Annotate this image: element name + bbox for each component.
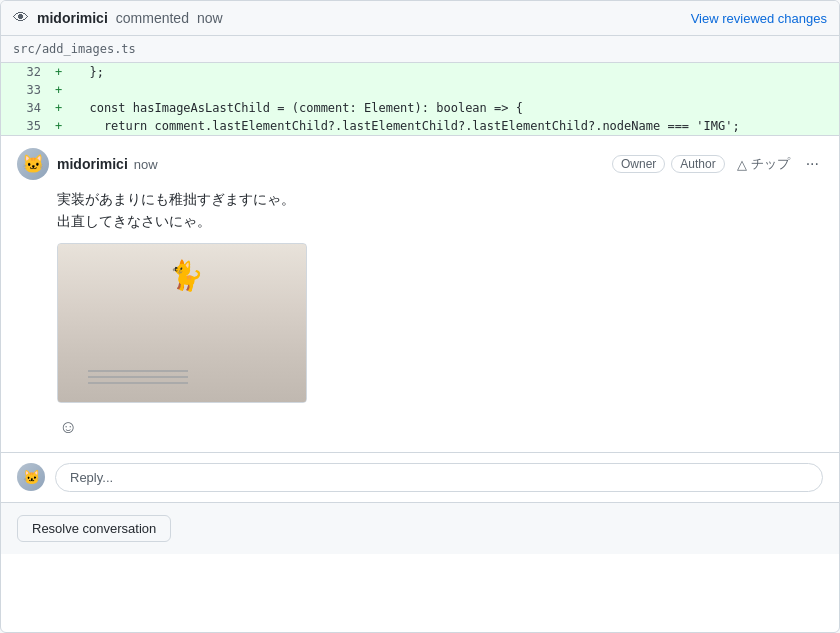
code-row-32: 32 + };	[1, 63, 839, 81]
comment-username: midorimici	[57, 156, 128, 172]
line-num-34: 34	[1, 99, 51, 117]
eye-icon: 👁	[13, 9, 29, 27]
code-table: 32 + }; 33 + 34 + const hasImageAsLastCh…	[1, 63, 839, 135]
footer-section: Resolve conversation	[1, 503, 839, 554]
comment-line-1: 実装があまりにも稚拙すぎますにゃ。	[57, 188, 823, 210]
line-content-33	[71, 81, 839, 99]
code-row-33: 33 +	[1, 81, 839, 99]
resolve-conversation-button[interactable]: Resolve conversation	[17, 515, 171, 542]
triangle-icon: △	[737, 157, 747, 172]
reply-input[interactable]: Reply...	[55, 463, 823, 492]
code-row-35: 35 + return comment.lastElementChild?.la…	[1, 117, 839, 135]
line-content-35: return comment.lastElementChild?.lastEle…	[71, 117, 839, 135]
top-bar: 👁 midorimici commented now View reviewed…	[1, 1, 839, 36]
comment-body: 実装があまりにも稚拙すぎますにゃ。 出直してきなさいにゃ。 ☺	[57, 188, 823, 440]
owner-badge: Owner	[612, 155, 665, 173]
line-num-32: 32	[1, 63, 51, 81]
avatar: 🐱	[17, 148, 49, 180]
image-box-lines	[88, 370, 188, 372]
top-bar-username: midorimici	[37, 10, 108, 26]
reply-avatar: 🐱	[17, 463, 45, 491]
comment-header: 🐱 midorimici now Owner Author △ チップ ···	[17, 148, 823, 180]
line-marker-34: +	[51, 99, 71, 117]
top-bar-time: now	[197, 10, 223, 26]
top-bar-left: 👁 midorimici commented now	[13, 9, 691, 27]
code-file-header: src/add_images.ts	[1, 36, 839, 63]
comment-line-2: 出直してきなさいにゃ。	[57, 210, 823, 232]
comment-badges: Owner Author △ チップ ···	[612, 153, 823, 175]
line-marker-35: +	[51, 117, 71, 135]
tip-label: チップ	[751, 155, 790, 173]
more-options-button[interactable]: ···	[802, 153, 823, 175]
comment-image	[57, 243, 307, 403]
line-num-33: 33	[1, 81, 51, 99]
comment-text: 実装があまりにも稚拙すぎますにゃ。 出直してきなさいにゃ。	[57, 188, 823, 233]
top-bar-action: commented	[116, 10, 189, 26]
tip-button[interactable]: △ チップ	[731, 153, 796, 175]
reply-section: 🐱 Reply...	[1, 453, 839, 503]
line-marker-32: +	[51, 63, 71, 81]
code-row-34: 34 + const hasImageAsLastChild = (commen…	[1, 99, 839, 117]
line-num-35: 35	[1, 117, 51, 135]
line-content-34: const hasImageAsLastChild = (comment: El…	[71, 99, 839, 117]
line-content-32: };	[71, 63, 839, 81]
code-block: src/add_images.ts 32 + }; 33 + 34 + cons…	[1, 36, 839, 136]
author-badge: Author	[671, 155, 724, 173]
comment-meta: midorimici now	[57, 156, 612, 172]
line-marker-33: +	[51, 81, 71, 99]
reply-placeholder: Reply...	[70, 470, 113, 485]
comment-time: now	[134, 157, 158, 172]
emoji-reaction-button[interactable]: ☺	[57, 415, 79, 440]
view-reviewed-changes-link[interactable]: View reviewed changes	[691, 11, 827, 26]
comment-section: 🐱 midorimici now Owner Author △ チップ ··· …	[1, 136, 839, 453]
